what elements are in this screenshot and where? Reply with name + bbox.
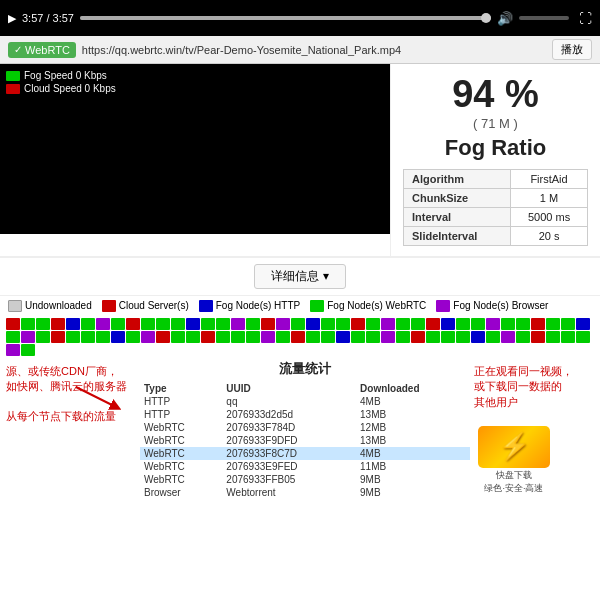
play-btn[interactable]: 播放 [552,39,592,60]
table-row: WebRTC2076933F8C7D4MB [140,447,470,460]
chunk-cell [36,331,50,343]
col-uuid: UUID [222,382,356,395]
chunksize-label: ChunkSize [404,188,511,207]
chunk-cell [456,331,470,343]
legend-fog-http: Fog Node(s) HTTP [199,300,300,312]
chunk-cell [276,331,290,343]
chunk-cell [396,318,410,330]
chunk-cell [216,318,230,330]
legend-fog-webrtc: Fog Node(s) WebRTC [310,300,426,312]
chunk-cell [381,331,395,343]
cell-downloaded: 12MB [356,421,470,434]
chunk-cell [111,318,125,330]
cell-downloaded: 4MB [356,395,470,408]
watermark: ⚡ 快盘下载绿色·安全·高速 [474,426,554,499]
chunk-cell [186,331,200,343]
chunk-cell [261,318,275,330]
chunk-cell [126,318,140,330]
chunk-cell [366,331,380,343]
col-downloaded: Downloaded [356,382,470,395]
cell-type: WebRTC [140,473,222,486]
progress-dot [481,13,491,23]
legend-cloud: Cloud Server(s) [102,300,189,312]
fog-speed-legend: Fog Speed 0 Kbps [6,70,116,81]
chunk-cell [336,318,350,330]
chunk-cell [6,344,20,356]
fog-browser-label: Fog Node(s) Browser [453,300,548,311]
cell-type: WebRTC [140,447,222,460]
chunk-cell [411,331,425,343]
cell-downloaded: 13MB [356,408,470,421]
chunksize-value: 1 M [511,188,588,207]
algorithm-label: Algorithm [404,169,511,188]
chunk-cell [501,318,515,330]
cloud-speed-legend: Cloud Speed 0 Kbps [6,83,116,94]
undownloaded-swatch [8,300,22,312]
watermark-text: 快盘下载绿色·安全·高速 [484,469,543,495]
webrtc-bar: WebRTC https://qq.webrtc.win/tv/Pear-Dem… [0,36,600,64]
chunk-cell [306,318,320,330]
chunk-cell [6,331,20,343]
chunk-cell [366,318,380,330]
progress-bar[interactable] [80,16,491,20]
arrows-svg [66,382,196,442]
bottom-area: 源、或传统CDN厂商，如快网、腾讯云的服务器 从每个节点下载的流量 流量统计 [0,358,600,501]
chunk-cell [6,318,20,330]
volume-icon[interactable]: 🔊 [497,11,513,26]
chunk-cell [261,331,275,343]
chunk-cell [546,318,560,330]
slideinterval-label: SlideInterval [404,226,511,245]
legend-bar: Undownloaded Cloud Server(s) Fog Node(s)… [0,295,600,316]
fog-ratio-title: Fog Ratio [445,135,546,161]
cell-uuid: 2076933F784D [222,421,356,434]
chunk-cell [201,318,215,330]
legend-undownloaded: Undownloaded [8,300,92,312]
chunk-cell [216,331,230,343]
video-player: ▶ 3:57 / 3:57 🔊 ⛶ [0,0,600,36]
chunk-cell [171,318,185,330]
cloud-swatch [102,300,116,312]
chunk-cell [381,318,395,330]
flow-stats-title: 流量统计 [140,360,470,378]
chunk-cell [21,344,35,356]
interval-value: 5000 ms [511,207,588,226]
cell-uuid: 2076933d2d5d [222,408,356,421]
speed-legend: Fog Speed 0 Kbps Cloud Speed 0 Kbps [6,70,116,94]
chunk-cell [171,331,185,343]
chunk-cell [561,331,575,343]
chunk-cell [351,318,365,330]
cell-type: WebRTC [140,460,222,473]
details-bar: 详细信息 ▾ [0,257,600,295]
time-display: 3:57 / 3:57 [22,12,74,24]
chunk-cell [561,318,575,330]
cloud-color-swatch [6,84,20,94]
cloud-label: Cloud Server(s) [119,300,189,311]
stats-table: Algorithm FirstAid ChunkSize 1 M Interva… [403,169,588,246]
right-annotation: 正在观看同一视频，或下载同一数据的其他用户 [474,360,594,410]
cell-downloaded: 9MB [356,486,470,499]
chunk-cell [21,331,35,343]
watermark-logo: ⚡ [478,426,550,468]
webrtc-badge: WebRTC [8,42,76,58]
interval-label: Interval [404,207,511,226]
table-row: WebRTC2076933E9FED11MB [140,460,470,473]
chunk-cell [186,318,200,330]
chunk-cell [486,331,500,343]
table-row: BrowserWebtorrent9MB [140,486,470,499]
chunk-cell [291,331,305,343]
right-panel: 94 % ( 71 M ) Fog Ratio Algorithm FirstA… [390,64,600,256]
chunk-grid [0,316,600,358]
chunk-cell [141,318,155,330]
chunk-cell [81,318,95,330]
svg-line-0 [76,387,116,407]
play-icon[interactable]: ▶ [8,12,16,25]
details-button[interactable]: 详细信息 ▾ [254,264,345,289]
chunk-cell [231,331,245,343]
volume-bar[interactable] [519,16,569,20]
fullscreen-icon[interactable]: ⛶ [579,11,592,26]
chunk-cell [321,318,335,330]
left-video-panel: Fog Speed 0 Kbps Cloud Speed 0 Kbps [0,64,390,256]
chunk-cell [321,331,335,343]
fog-http-label: Fog Node(s) HTTP [216,300,300,311]
cell-downloaded: 13MB [356,434,470,447]
